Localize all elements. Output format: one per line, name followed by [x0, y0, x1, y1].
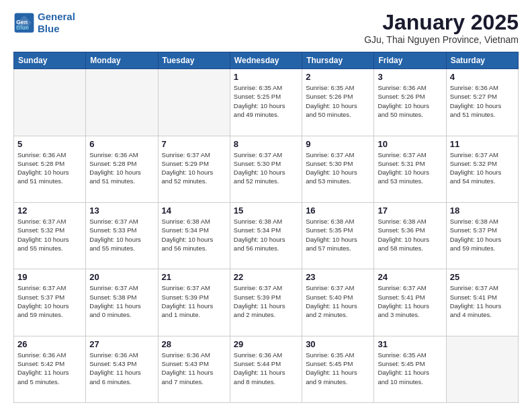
calendar-day-cell: 20Sunrise: 6:37 AM Sunset: 5:38 PM Dayli… — [86, 269, 158, 336]
calendar-day-cell: 5Sunrise: 6:36 AM Sunset: 5:28 PM Daylig… — [14, 136, 86, 202]
calendar-day-cell: 9Sunrise: 6:37 AM Sunset: 5:30 PM Daylig… — [302, 136, 374, 202]
calendar-day-cell: 3Sunrise: 6:36 AM Sunset: 5:26 PM Daylig… — [374, 69, 446, 136]
day-number: 12 — [17, 205, 82, 216]
logo-text: General Blue — [38, 11, 75, 35]
day-info: Sunrise: 6:37 AM Sunset: 5:32 PM Dayligh… — [17, 217, 82, 253]
day-number: 4 — [450, 72, 515, 82]
calendar-day-cell: 12Sunrise: 6:37 AM Sunset: 5:32 PM Dayli… — [14, 202, 86, 269]
day-info: Sunrise: 6:37 AM Sunset: 5:31 PM Dayligh… — [378, 150, 442, 186]
day-number: 13 — [89, 205, 154, 216]
calendar-day-cell: 27Sunrise: 6:36 AM Sunset: 5:43 PM Dayli… — [86, 336, 158, 402]
calendar-day-cell: 10Sunrise: 6:37 AM Sunset: 5:31 PM Dayli… — [374, 136, 446, 202]
calendar-day-cell: 8Sunrise: 6:37 AM Sunset: 5:30 PM Daylig… — [230, 136, 302, 202]
calendar-day-cell: 25Sunrise: 6:37 AM Sunset: 5:41 PM Dayli… — [446, 269, 518, 336]
calendar-day-cell — [446, 336, 518, 402]
calendar-day-cell: 21Sunrise: 6:37 AM Sunset: 5:39 PM Dayli… — [158, 269, 230, 336]
day-number: 17 — [378, 205, 442, 216]
day-info: Sunrise: 6:38 AM Sunset: 5:35 PM Dayligh… — [306, 217, 370, 253]
day-info: Sunrise: 6:38 AM Sunset: 5:34 PM Dayligh… — [162, 217, 226, 253]
calendar-day-cell — [86, 69, 158, 136]
calendar-day-cell: 28Sunrise: 6:36 AM Sunset: 5:43 PM Dayli… — [158, 336, 230, 402]
day-info: Sunrise: 6:37 AM Sunset: 5:41 PM Dayligh… — [450, 283, 515, 319]
day-info: Sunrise: 6:36 AM Sunset: 5:43 PM Dayligh… — [89, 351, 154, 386]
calendar-day-cell: 24Sunrise: 6:37 AM Sunset: 5:41 PM Dayli… — [374, 269, 446, 336]
day-number: 9 — [306, 139, 370, 149]
calendar-day-cell — [158, 69, 230, 136]
calendar-day-cell: 26Sunrise: 6:36 AM Sunset: 5:42 PM Dayli… — [14, 336, 86, 402]
day-info: Sunrise: 6:37 AM Sunset: 5:40 PM Dayligh… — [306, 283, 370, 319]
calendar-day-cell: 14Sunrise: 6:38 AM Sunset: 5:34 PM Dayli… — [158, 202, 230, 269]
calendar-week-row: 5Sunrise: 6:36 AM Sunset: 5:28 PM Daylig… — [14, 136, 519, 202]
calendar-day-cell: 4Sunrise: 6:36 AM Sunset: 5:27 PM Daylig… — [446, 69, 518, 136]
day-number: 10 — [378, 139, 442, 149]
calendar-day-cell: 22Sunrise: 6:37 AM Sunset: 5:39 PM Dayli… — [230, 269, 302, 336]
day-info: Sunrise: 6:37 AM Sunset: 5:41 PM Dayligh… — [378, 283, 442, 319]
day-number: 3 — [378, 72, 442, 82]
calendar-day-cell: 19Sunrise: 6:37 AM Sunset: 5:37 PM Dayli… — [14, 269, 86, 336]
calendar-day-cell: 7Sunrise: 6:37 AM Sunset: 5:29 PM Daylig… — [158, 136, 230, 202]
calendar-subtitle: GJu, Thai Nguyen Province, Vietnam — [364, 34, 519, 45]
calendar-day-cell: 23Sunrise: 6:37 AM Sunset: 5:40 PM Dayli… — [302, 269, 374, 336]
calendar-day-header: Wednesday — [230, 52, 302, 69]
day-info: Sunrise: 6:37 AM Sunset: 5:33 PM Dayligh… — [89, 217, 154, 253]
calendar-day-header: Tuesday — [158, 52, 230, 69]
calendar-week-row: 12Sunrise: 6:37 AM Sunset: 5:32 PM Dayli… — [14, 202, 519, 269]
day-number: 18 — [450, 205, 515, 216]
day-info: Sunrise: 6:35 AM Sunset: 5:26 PM Dayligh… — [306, 83, 370, 119]
day-info: Sunrise: 6:38 AM Sunset: 5:34 PM Dayligh… — [234, 217, 298, 253]
day-number: 2 — [306, 72, 370, 82]
calendar-week-row: 1Sunrise: 6:35 AM Sunset: 5:25 PM Daylig… — [14, 69, 519, 136]
day-info: Sunrise: 6:38 AM Sunset: 5:36 PM Dayligh… — [378, 217, 442, 253]
calendar-week-row: 19Sunrise: 6:37 AM Sunset: 5:37 PM Dayli… — [14, 269, 519, 336]
day-info: Sunrise: 6:36 AM Sunset: 5:26 PM Dayligh… — [378, 83, 442, 119]
day-number: 30 — [306, 339, 370, 349]
title-block: January 2025 GJu, Thai Nguyen Province, … — [364, 11, 519, 45]
day-info: Sunrise: 6:37 AM Sunset: 5:29 PM Dayligh… — [162, 150, 226, 186]
calendar-day-cell: 11Sunrise: 6:37 AM Sunset: 5:32 PM Dayli… — [446, 136, 518, 202]
calendar-day-cell: 16Sunrise: 6:38 AM Sunset: 5:35 PM Dayli… — [302, 202, 374, 269]
calendar-day-cell: 31Sunrise: 6:35 AM Sunset: 5:45 PM Dayli… — [374, 336, 446, 402]
page: Gen Blue General Blue January 2025 GJu, … — [0, 0, 532, 411]
day-number: 26 — [17, 339, 82, 349]
day-info: Sunrise: 6:36 AM Sunset: 5:44 PM Dayligh… — [234, 351, 298, 386]
day-number: 14 — [162, 205, 226, 216]
calendar-title: January 2025 — [364, 11, 519, 34]
day-number: 1 — [234, 72, 298, 82]
logo-icon: Gen Blue — [13, 12, 35, 34]
day-number: 5 — [17, 139, 82, 149]
day-number: 23 — [306, 272, 370, 282]
day-info: Sunrise: 6:36 AM Sunset: 5:42 PM Dayligh… — [17, 351, 82, 386]
calendar-day-header: Thursday — [302, 52, 374, 69]
calendar-day-header: Friday — [374, 52, 446, 69]
day-info: Sunrise: 6:36 AM Sunset: 5:27 PM Dayligh… — [450, 83, 515, 119]
calendar-header-row: SundayMondayTuesdayWednesdayThursdayFrid… — [14, 52, 519, 69]
day-info: Sunrise: 6:37 AM Sunset: 5:32 PM Dayligh… — [450, 150, 515, 186]
day-info: Sunrise: 6:38 AM Sunset: 5:37 PM Dayligh… — [450, 217, 515, 253]
day-info: Sunrise: 6:36 AM Sunset: 5:43 PM Dayligh… — [162, 351, 226, 386]
calendar-day-cell: 2Sunrise: 6:35 AM Sunset: 5:26 PM Daylig… — [302, 69, 374, 136]
calendar-day-cell: 13Sunrise: 6:37 AM Sunset: 5:33 PM Dayli… — [86, 202, 158, 269]
day-info: Sunrise: 6:35 AM Sunset: 5:45 PM Dayligh… — [306, 351, 370, 386]
svg-text:Blue: Blue — [16, 24, 29, 31]
day-number: 20 — [89, 272, 154, 282]
day-number: 21 — [162, 272, 226, 282]
day-number: 29 — [234, 339, 298, 349]
day-number: 16 — [306, 205, 370, 216]
day-number: 6 — [89, 139, 154, 149]
day-number: 24 — [378, 272, 442, 282]
day-number: 31 — [378, 339, 442, 349]
day-number: 28 — [162, 339, 226, 349]
day-info: Sunrise: 6:37 AM Sunset: 5:37 PM Dayligh… — [17, 283, 82, 319]
calendar-day-cell: 6Sunrise: 6:36 AM Sunset: 5:28 PM Daylig… — [86, 136, 158, 202]
day-number: 25 — [450, 272, 515, 282]
day-info: Sunrise: 6:37 AM Sunset: 5:30 PM Dayligh… — [306, 150, 370, 186]
day-info: Sunrise: 6:36 AM Sunset: 5:28 PM Dayligh… — [17, 150, 82, 186]
day-info: Sunrise: 6:35 AM Sunset: 5:45 PM Dayligh… — [378, 351, 442, 386]
calendar-day-header: Monday — [86, 52, 158, 69]
day-number: 8 — [234, 139, 298, 149]
day-info: Sunrise: 6:37 AM Sunset: 5:39 PM Dayligh… — [162, 283, 226, 319]
day-number: 27 — [89, 339, 154, 349]
calendar-day-cell: 29Sunrise: 6:36 AM Sunset: 5:44 PM Dayli… — [230, 336, 302, 402]
day-number: 22 — [234, 272, 298, 282]
calendar-table: SundayMondayTuesdayWednesdayThursdayFrid… — [13, 52, 519, 403]
